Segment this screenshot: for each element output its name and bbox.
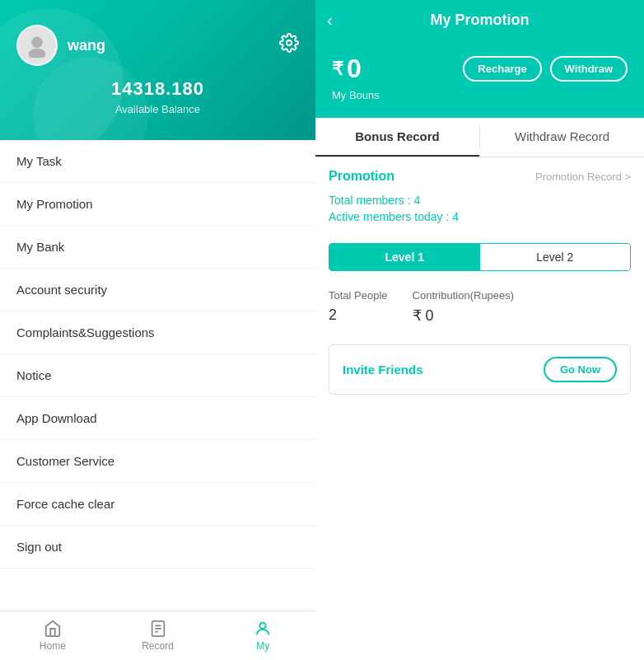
nav-record-label: Record (142, 640, 174, 652)
sidebar-item-force-cache-clear[interactable]: Force cache clear (0, 483, 315, 526)
promo-section-header: Promotion Promotion Record > (315, 157, 644, 190)
invite-section: Invite Friends Go Now (329, 344, 631, 395)
tab-level2[interactable]: Level 2 (480, 244, 631, 270)
promo-amount: ₹ 0 (332, 54, 362, 84)
nav-home[interactable]: Home (0, 611, 105, 660)
promotion-title: Promotion (329, 169, 394, 184)
balance-section: 14318.180 Available Balance (16, 78, 299, 115)
total-members-value: 4 (413, 194, 420, 207)
sidebar-item-customer-service[interactable]: Customer Service (0, 440, 315, 483)
svg-point-7 (260, 623, 266, 629)
contribution-col: Contribution(Rupees) ₹ 0 (413, 289, 515, 325)
my-bouns-label: My Bouns (332, 89, 628, 101)
invite-friends-label: Invite Friends (343, 363, 423, 377)
right-panel-title: My Promotion (431, 12, 530, 29)
total-members-line: Total members : 4 (329, 194, 631, 207)
tab-bonus-record[interactable]: Bonus Record (315, 118, 479, 157)
profile-user: wang (16, 25, 105, 66)
tab-level1[interactable]: Level 1 (329, 244, 480, 270)
recharge-button[interactable]: Recharge (463, 56, 541, 82)
total-members-label: Total members : (329, 194, 413, 207)
sidebar-item-account-security[interactable]: Account security (0, 269, 315, 311)
promo-amount-value: 0 (347, 54, 362, 84)
currency-symbol: ₹ (332, 59, 343, 80)
right-panel: ‹ My Promotion ₹ 0 Recharge Withdraw My … (315, 0, 644, 660)
tabs-row: Bonus Record Withdraw Record (315, 118, 644, 157)
sidebar-item-app-download[interactable]: App Download (0, 397, 315, 440)
nav-my[interactable]: My (210, 611, 315, 660)
menu-list: My Task My Promotion My Bank Account sec… (0, 140, 315, 611)
balance-amount: 14318.180 (16, 78, 299, 100)
active-members-label: Active members today : (329, 210, 452, 223)
active-members-line: Active members today : 4 (329, 210, 631, 223)
withdraw-button[interactable]: Withdraw (550, 56, 628, 82)
nav-home-label: Home (40, 640, 66, 652)
contribution-label: Contribution(Rupees) (413, 289, 515, 302)
promo-stats: Total members : 4 Active members today :… (315, 190, 644, 236)
sidebar-item-my-task[interactable]: My Task (0, 140, 315, 183)
promo-balance-section: ₹ 0 Recharge Withdraw My Bouns (315, 40, 644, 118)
back-button[interactable]: ‹ (327, 11, 333, 30)
sidebar-item-my-promotion[interactable]: My Promotion (0, 183, 315, 226)
right-header: ‹ My Promotion (315, 0, 644, 40)
go-now-button[interactable]: Go Now (544, 357, 617, 382)
sidebar-item-complaints[interactable]: Complaints&Suggestions (0, 311, 315, 354)
total-people-value: 2 (329, 307, 388, 324)
total-people-label: Total People (329, 289, 388, 302)
username: wang (68, 37, 105, 54)
promotion-record-link[interactable]: Promotion Record > (535, 171, 631, 183)
active-members-value: 4 (452, 210, 459, 223)
sidebar-item-sign-out[interactable]: Sign out (0, 526, 315, 569)
bottom-nav: Home Record My (0, 611, 315, 660)
nav-record[interactable]: Record (105, 611, 211, 660)
avatar (16, 25, 58, 66)
promo-content: Promotion Promotion Record > Total membe… (315, 157, 644, 660)
balance-label: Available Balance (16, 103, 299, 115)
svg-point-2 (287, 40, 292, 45)
sidebar-item-notice[interactable]: Notice (0, 354, 315, 397)
svg-point-1 (29, 49, 46, 58)
profile-header: wang 14318.180 Available Balance (0, 0, 315, 140)
level-tabs: Level 1 Level 2 (329, 243, 631, 271)
sidebar-item-my-bank[interactable]: My Bank (0, 226, 315, 269)
tab-withdraw-record[interactable]: Withdraw Record (480, 118, 644, 157)
contribution-value: ₹ 0 (413, 307, 515, 325)
promo-actions: Recharge Withdraw (463, 56, 628, 82)
svg-point-0 (31, 37, 43, 49)
left-panel: wang 14318.180 Available Balance My Task… (0, 0, 315, 660)
total-people-col: Total People 2 (329, 289, 388, 325)
level-data: Total People 2 Contribution(Rupees) ₹ 0 (315, 278, 644, 336)
nav-my-label: My (256, 640, 269, 652)
settings-icon[interactable] (279, 33, 299, 58)
